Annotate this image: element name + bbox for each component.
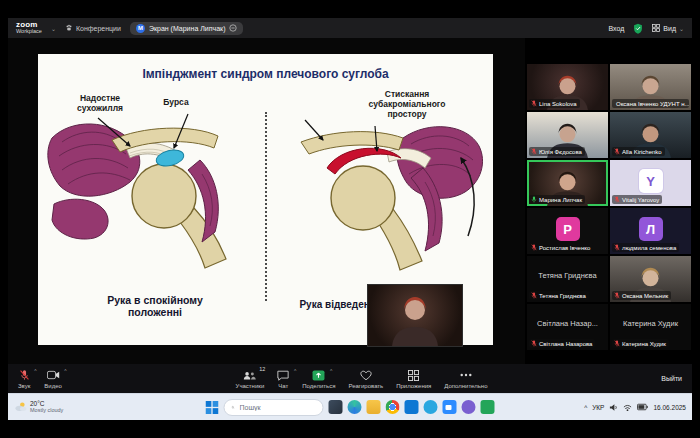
heart-reaction-icon (360, 370, 372, 381)
self-view-video[interactable] (367, 284, 463, 347)
zoom-toolbar: ^ Звук ^ Видео 12 Участники ^ Чат ^ Поде… (8, 364, 692, 393)
participant-avatar: Л (639, 217, 663, 241)
participant-tile[interactable]: Світлана Назар... Світлана Назарова (527, 304, 608, 350)
volume-icon[interactable] (609, 403, 618, 412)
label-supraspinatus-tendon: Надостне сухожилля (64, 94, 136, 114)
participants-icon (243, 370, 256, 381)
mic-muted-icon (19, 369, 30, 381)
chevron-up-icon[interactable]: ^ (294, 368, 296, 374)
participant-tile[interactable]: P Ростислав Івченко (527, 208, 608, 254)
taskbar-app-icon[interactable] (462, 400, 476, 414)
leave-meeting-button[interactable]: Выйти (661, 375, 682, 382)
self-view-person (368, 291, 462, 346)
windows-start-button[interactable] (206, 401, 219, 414)
muted-mic-icon (531, 100, 537, 107)
label-subacromial-compression: Стискання субакроміального простору (344, 90, 470, 119)
meetings-tab[interactable]: Конференции (65, 24, 121, 32)
share-screen-icon (312, 370, 325, 381)
view-button[interactable]: Вид ⌄ (652, 24, 684, 32)
taskbar-app-icon[interactable] (424, 400, 438, 414)
participant-name: Катерина Худик (612, 339, 669, 348)
muted-mic-icon (614, 196, 620, 203)
muted-mic-icon (531, 340, 537, 347)
slide-title: Імпінджмент синдром плечового суглоба (38, 54, 493, 81)
more-button[interactable]: Дополнительно (444, 369, 487, 389)
meetings-tab-label: Конференции (76, 25, 121, 32)
participant-tile-active-speaker[interactable]: Марина Липчак (527, 160, 608, 206)
battery-icon[interactable] (637, 403, 648, 411)
participant-center-name: Світлана Назар... (527, 304, 608, 342)
signin-button[interactable]: Вход (608, 25, 624, 32)
taskbar-app-icon[interactable] (329, 400, 343, 414)
chevron-up-icon[interactable]: ^ (330, 368, 332, 374)
muted-mic-icon (531, 148, 537, 155)
paw-icon (65, 24, 73, 32)
taskbar-app-icon[interactable] (348, 400, 362, 414)
participant-name: Ростислав Івченко (529, 243, 593, 252)
chevron-down-icon: ⌄ (679, 25, 684, 32)
participant-name: Lina Sokolova (529, 99, 580, 108)
share-screen-button[interactable]: ^ Поделиться (302, 369, 335, 389)
participants-count: 12 (259, 366, 265, 372)
muted-mic-icon (614, 340, 620, 347)
zoom-titlebar: zoom Workplace ⌄ Конференции M Экран (Ма… (8, 18, 692, 38)
workplace-logo-text: Workplace (16, 29, 42, 35)
participant-name: Оксана Івченко УДУНТ н... (612, 99, 689, 108)
language-indicator[interactable]: УКР (592, 404, 604, 411)
participant-name: Vitalij Yarovoy (612, 195, 662, 204)
muted-mic-icon (614, 148, 620, 155)
participant-tile[interactable]: Юлія Фєдосова (527, 112, 608, 158)
chevron-up-icon[interactable]: ^ (64, 368, 66, 374)
reactions-button[interactable]: Реагировать (348, 369, 383, 389)
participants-button[interactable]: 12 Участники (236, 369, 265, 389)
taskbar-app-icon[interactable] (386, 400, 400, 414)
shoulder-figure-left (42, 96, 260, 281)
wifi-icon[interactable] (623, 403, 632, 412)
screen-share-tab[interactable]: M Экран (Марина Липчак) (130, 22, 244, 35)
taskbar-app-icon[interactable] (443, 400, 457, 414)
participant-tile[interactable]: Оксана Івченко УДУНТ н... (610, 64, 691, 110)
participant-name: Оксана Мельник (612, 291, 671, 300)
zoom-logo: zoom Workplace (16, 21, 42, 35)
security-shield-icon[interactable] (633, 23, 643, 34)
hidden-icons-chevron[interactable]: ^ (584, 404, 587, 411)
chevron-down-icon[interactable]: ⌄ (51, 25, 56, 32)
shoulder-illustration-retracted (271, 96, 489, 281)
windows-taskbar: 20°C Mostly cloudy ^ УКР (8, 393, 692, 420)
weather-widget[interactable]: 20°C Mostly cloudy (14, 401, 106, 414)
muted-mic-icon (531, 244, 537, 251)
screen-share-tab-label: Экран (Марина Липчак) (149, 25, 226, 32)
weather-icon (14, 401, 27, 412)
taskbar-app-icon[interactable] (405, 400, 419, 414)
slide-divider (265, 112, 267, 301)
taskbar-search-input[interactable] (238, 403, 316, 412)
mic-button[interactable]: ^ Звук (18, 369, 30, 389)
participant-tile[interactable]: Y Vitalij Yarovoy (610, 160, 691, 206)
chat-button[interactable]: ^ Чат (277, 369, 289, 389)
participant-tile[interactable]: Оксана Мельник (610, 256, 691, 302)
active-mic-icon (531, 196, 537, 203)
apps-button[interactable]: Приложения (396, 369, 431, 389)
participant-name: Alla Kirichenko (612, 147, 665, 156)
video-button[interactable]: ^ Видео (44, 369, 62, 389)
participant-tile[interactable]: Lina Sokolova (527, 64, 608, 110)
titlebar-right-controls: Вход Вид ⌄ (608, 23, 684, 34)
taskbar-app-icon[interactable] (481, 400, 495, 414)
taskbar-clock[interactable]: 16.06.2025 (653, 404, 686, 411)
view-button-label: Вид (663, 25, 676, 32)
minimize-circle-icon[interactable] (229, 24, 237, 32)
participant-name: Світлана Назарова (529, 339, 595, 348)
participant-name: Тетяна Гриднєва (529, 291, 589, 300)
participants-panel: Lina Sokolova Оксана Івченко УДУНТ н... … (525, 38, 692, 364)
taskbar-search[interactable] (224, 399, 324, 416)
taskbar-app-icon[interactable] (367, 400, 381, 414)
participant-tile[interactable]: Alla Kirichenko (610, 112, 691, 158)
chevron-up-icon[interactable]: ^ (34, 368, 36, 374)
participant-tile[interactable]: Катерина Худик Катерина Худик (610, 304, 691, 350)
participant-name: Марина Липчак (529, 195, 585, 204)
participant-tile[interactable]: Л людмила семенова (610, 208, 691, 254)
system-tray: ^ УКР 16.06.2025 (584, 403, 686, 412)
label-bursa: Бурса (154, 98, 198, 108)
participant-tile[interactable]: Тетяна Гриднєва Тетяна Гриднєва (527, 256, 608, 302)
tab-avatar-badge: M (136, 24, 145, 33)
